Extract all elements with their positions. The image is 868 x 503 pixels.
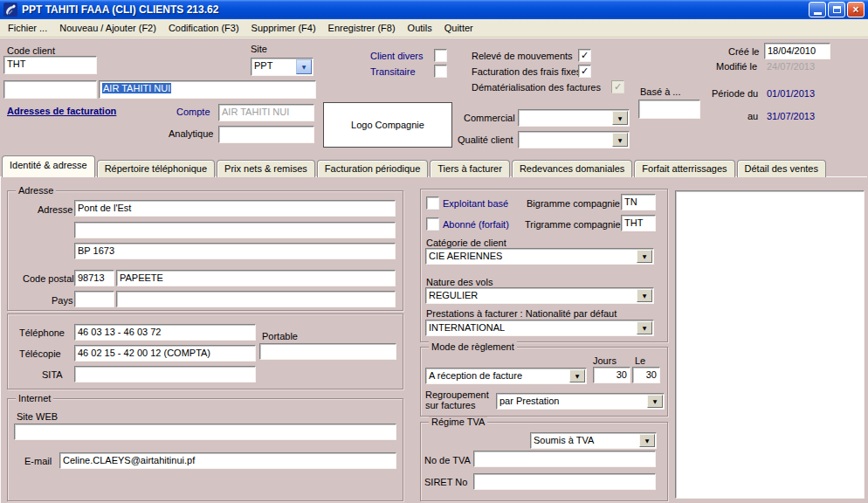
window-controls: × [809,2,865,17]
pays-input[interactable] [116,291,396,307]
tab-redevances-domaniales[interactable]: Redevances domaniales [512,160,632,177]
menu-bar: Fichier ... Nouveau / Ajouter (F2) Codif… [0,19,868,38]
chevron-down-icon[interactable]: ▼ [612,133,628,147]
telephone-label: Téléphone [19,327,65,339]
second-code-input[interactable] [3,80,97,99]
au-value: 31/07/2013 [767,111,815,122]
title-bar: PPT TAHITI FAAA (CLI) CLIENTS 213.62 × [0,0,868,19]
code-postal-input[interactable]: 98713 [74,270,114,286]
transitaire-checkbox[interactable] [434,65,447,78]
menu-outils[interactable]: Outils [408,23,432,33]
regroupement-label-line2: sur factures [425,400,475,411]
cree-le-input[interactable]: 18/04/2010 [764,43,830,59]
minimize-button[interactable] [809,2,826,17]
tab-repertoire-telephonique[interactable]: Répertoire téléphonique [97,160,215,177]
periode-du-value: 01/01/2013 [767,88,815,100]
frais-fixes-checkbox[interactable]: ✓ [578,65,591,78]
transitaire-label: Transitaire [370,66,416,78]
site-label: Site [251,44,267,55]
telecopie-input[interactable]: 46 02 15 - 42 00 12 (COMPTA) [74,345,256,362]
tab-prix-nets-remises[interactable]: Prix nets & remises [217,160,315,177]
chevron-down-icon[interactable]: ▼ [637,321,652,334]
sita-input[interactable] [74,366,256,382]
client-name-input[interactable]: AIR TAHITI NUI [99,80,316,99]
app-window: PPT TAHITI FAAA (CLI) CLIENTS 213.62 × F… [0,0,868,503]
client-divers-checkbox[interactable] [434,49,447,62]
categorie-client-select[interactable]: CIE AERIENNES ▼ [425,248,654,265]
releve-mouvements-checkbox[interactable]: ✓ [578,49,591,62]
menu-enregistrer[interactable]: Enregistrer (F8) [328,23,396,33]
tab-forfait-atterrissages[interactable]: Forfait atterrissages [634,160,734,177]
chevron-down-icon[interactable]: ▼ [296,59,312,74]
releve-mouvements-label: Relevé de mouvements [472,51,573,62]
analytique-input[interactable] [218,126,314,143]
selected-text: AIR TAHITI NUI [102,83,171,93]
logo-compagnie-box[interactable]: Logo Compagnie [323,102,452,148]
code-postal-label: Code postal [23,273,74,285]
trigramme-input[interactable]: THT [621,215,656,231]
chevron-down-icon[interactable]: ▼ [569,369,585,382]
adresse-line1-input[interactable]: Pont de l'Est [74,200,396,217]
le-input[interactable]: 30 [632,367,660,383]
client-divers-label: Client divers [370,51,424,62]
chevron-down-icon[interactable]: ▼ [647,395,663,408]
tab-detail-des-ventes[interactable]: Détail des ventes [737,160,826,177]
portable-label: Portable [262,331,298,342]
check-icon: ✓ [581,51,589,60]
qualite-client-select[interactable]: ▼ [518,131,630,148]
commercial-label: Commercial [464,113,515,124]
internet-group: Internet [7,398,403,501]
tab-facturation-periodique[interactable]: Facturation périodique [317,160,428,177]
no-tva-input[interactable] [473,451,656,467]
notes-panel [675,190,865,499]
regime-tva-select[interactable]: Soumis à TVA ▼ [530,432,657,449]
adresse-line3-input[interactable]: BP 1673 [74,243,396,259]
trigramme-label: Trigramme compagnie [525,219,621,231]
internet-group-title: Internet [16,393,53,404]
jours-input[interactable]: 30 [593,367,630,383]
menu-quitter[interactable]: Quitter [444,23,473,33]
maximize-icon [833,6,841,13]
telephone-input[interactable]: 46 03 13 - 46 03 72 [74,324,256,341]
menu-supprimer[interactable]: Supprimer (F4) [251,23,316,33]
mode-reglement-select[interactable]: A réception de facture ▼ [425,368,587,384]
code-client-input[interactable]: THT [3,56,97,74]
maximize-button[interactable] [828,2,845,17]
siret-input[interactable] [473,473,656,490]
base-a-input[interactable] [638,100,700,119]
regime-tva-group-title: Régime TVA [429,417,487,428]
portable-input[interactable] [259,343,396,360]
chevron-down-icon[interactable]: ▼ [637,289,652,302]
exploitant-base-checkbox[interactable] [426,196,439,210]
compte-input: AIR TAHITI NUI [218,104,314,121]
abonne-forfait-checkbox[interactable] [426,217,439,231]
close-button[interactable]: × [847,2,865,17]
adresse-label: Adresse [38,204,72,216]
email-input[interactable]: Celine.CLAEYS@airtahitinui.pf [59,452,396,469]
tab-tiers-a-facturer[interactable]: Tiers à facturer [430,160,510,177]
modifie-le-value: 24/07/2013 [767,61,815,72]
site-web-input[interactable] [14,424,396,440]
adresses-facturation-link[interactable]: Adresses de facturation [7,106,116,117]
menu-codification[interactable]: Codification (F3) [169,23,239,33]
chevron-down-icon[interactable]: ▼ [639,434,655,447]
menu-nouveau-ajouter[interactable]: Nouveau / Ajouter (F2) [59,23,156,33]
tab-identite-adresse[interactable]: Identité & adresse [2,155,95,177]
bigramme-input[interactable]: TN [621,194,656,210]
commercial-select[interactable]: ▼ [518,109,630,127]
nature-vols-select[interactable]: REGULIER ▼ [425,287,654,304]
chevron-down-icon[interactable]: ▼ [637,250,652,263]
site-select[interactable]: PPT ▼ [251,58,313,76]
pays-code-input[interactable] [74,291,114,307]
menu-fichier[interactable]: Fichier ... [8,23,47,33]
chevron-down-icon[interactable]: ▼ [612,111,628,125]
modifie-le-label: Modifié le [716,61,757,72]
regroupement-select[interactable]: par Prestation ▼ [496,393,665,410]
cree-le-label: Créé le [728,46,759,58]
adresse-line2-input[interactable] [74,222,396,238]
prestations-select[interactable]: INTERNATIONAL ▼ [425,320,654,336]
close-icon: × [852,3,858,16]
ville-input[interactable]: PAPEETE [116,270,396,286]
abonne-forfait-label: Abonné (forfait) [443,219,509,231]
site-web-label: Site WEB [17,411,58,423]
